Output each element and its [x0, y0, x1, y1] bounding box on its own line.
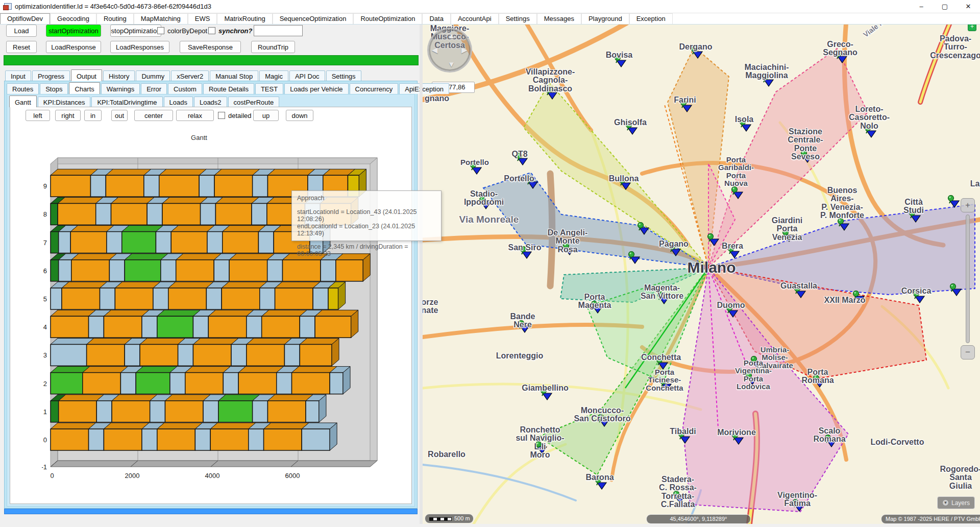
chart-relax-button[interactable]: relax: [176, 110, 214, 121]
start-optimization-button[interactable]: startOptimization: [46, 25, 101, 37]
close-button[interactable]: ✕: [957, 0, 980, 13]
chart-left-button[interactable]: left: [26, 110, 50, 121]
depot-triangle-icon: [680, 437, 690, 443]
menu-item-routing[interactable]: Routing: [96, 13, 134, 24]
menu-item-mapmatching[interactable]: MapMatching: [134, 13, 188, 24]
tab-routes[interactable]: Routes: [7, 83, 39, 94]
tab-gantt[interactable]: Gantt: [9, 95, 37, 107]
pan-right-icon[interactable]: ▶: [461, 45, 468, 55]
menu-item-data[interactable]: Data: [422, 13, 450, 24]
menu-item-optiflowdev[interactable]: OptiflowDev: [0, 13, 50, 24]
toolbar-text-input[interactable]: [254, 25, 303, 36]
stop-optimization-button[interactable]: stopOptimization: [110, 25, 161, 37]
reset-button[interactable]: Reset: [6, 41, 37, 53]
chart-center-button[interactable]: center: [134, 110, 173, 121]
menu-item-exception[interactable]: Exception: [629, 13, 673, 24]
map-panel[interactable]: Maggiore- Musocco- CertosaDerganoBovisaG…: [423, 20, 980, 524]
map-label: Scalo Romana: [813, 427, 845, 444]
map-zoom-slider[interactable]: + −: [961, 198, 976, 360]
menu-bar: OptiflowDevGeocodingRoutingMapMatchingEW…: [0, 13, 980, 25]
map-label: Guastalla: [780, 282, 817, 290]
compass-rose[interactable]: ▲ ▼ ◀ ▶: [427, 28, 472, 73]
tab-kpi-distances[interactable]: KPI:Distances: [38, 97, 91, 107]
tab-xserver2[interactable]: xServer2: [171, 70, 209, 81]
chart-right-button[interactable]: right: [55, 110, 81, 121]
menu-item-matrixrouting[interactable]: MatrixRouting: [217, 13, 272, 24]
pan-up-icon[interactable]: ▲: [448, 31, 455, 40]
saveresponse-button[interactable]: SaveResponse: [180, 41, 241, 53]
tab-api-doc[interactable]: API Doc: [289, 70, 325, 81]
checkbox-icon[interactable]: [208, 27, 215, 34]
depot-triangle-icon: [630, 257, 640, 264]
tab-concurrency[interactable]: Concurrency: [350, 83, 399, 94]
synchron-checkbox[interactable]: synchron?: [208, 25, 252, 37]
tab-route-details[interactable]: Route Details: [203, 83, 254, 94]
tab-history[interactable]: History: [103, 70, 135, 81]
pan-down-icon[interactable]: ▼: [448, 60, 455, 68]
tab-loads2[interactable]: Loads2: [194, 97, 227, 107]
detailed-checkbox[interactable]: detailed: [218, 110, 252, 121]
depot-triangle-icon: [838, 56, 847, 63]
location-marker[interactable]: [729, 186, 744, 200]
chart-out-button[interactable]: out: [111, 110, 128, 121]
location-marker[interactable]: [635, 222, 650, 235]
map-label: Robarello: [428, 450, 465, 459]
tab-manual-stop[interactable]: Manual Stop: [210, 70, 258, 81]
tab-apiexception[interactable]: ApiException: [399, 83, 449, 94]
tab-loads[interactable]: Loads: [164, 97, 193, 107]
tab-settings[interactable]: Settings: [326, 70, 361, 81]
location-marker[interactable]: [626, 251, 641, 265]
zoom-track[interactable]: [966, 214, 970, 343]
menu-item-messages[interactable]: Messages: [537, 13, 581, 24]
tab-magic[interactable]: Magic: [259, 70, 288, 81]
tab-costperroute[interactable]: costPerRoute: [228, 97, 280, 107]
menu-item-sequenceoptimization[interactable]: SequenceOptimization: [273, 13, 354, 24]
color-by-depot-checkbox[interactable]: colorByDepot: [157, 25, 207, 37]
tooltip-start: startLocationId = Location_43 (24.01.202…: [297, 208, 436, 223]
tab-output[interactable]: Output: [71, 69, 102, 81]
panel-splitter[interactable]: [420, 24, 423, 524]
depot-triangle-icon: [548, 92, 557, 99]
menu-item-routeoptimization[interactable]: RouteOptimization: [353, 13, 422, 24]
location-marker[interactable]: [946, 195, 960, 208]
chart-up-button[interactable]: up: [253, 110, 279, 121]
tab-loads-per-vehicle[interactable]: Loads per Vehicle: [284, 83, 348, 94]
location-marker[interactable]: [836, 218, 850, 231]
tab-error[interactable]: Error: [141, 83, 167, 94]
left-panel: Load startOptimization stopOptimization …: [0, 24, 421, 527]
maximize-button[interactable]: ▢: [933, 0, 957, 13]
tab-warnings[interactable]: Warnings: [101, 83, 140, 94]
layers-button[interactable]: ▼Layers: [937, 496, 975, 509]
zoom-in-button[interactable]: +: [961, 198, 975, 212]
bottom-scrollbar[interactable]: [4, 509, 418, 514]
tab-test[interactable]: TEST: [255, 83, 283, 94]
tab-kpi-totaldrivingtime[interactable]: KPI:TotalDrivingtime: [91, 97, 162, 107]
pan-left-icon[interactable]: ◀: [432, 45, 438, 55]
location-marker[interactable]: [948, 283, 962, 297]
map-label: Padova- Turro- Crescenzago: [930, 35, 980, 60]
loadresponse-button[interactable]: LoadResponse: [46, 41, 101, 53]
chart-down-button[interactable]: down: [286, 110, 313, 121]
menu-item-ews[interactable]: EWS: [188, 13, 217, 24]
tab-dummy[interactable]: Dummy: [136, 70, 170, 81]
tab-progress[interactable]: Progress: [32, 70, 70, 81]
menu-item-playground[interactable]: Playground: [581, 13, 629, 24]
checkbox-icon[interactable]: [157, 27, 164, 34]
map-label: XXII Marzo: [824, 296, 866, 304]
menu-item-settings[interactable]: Settings: [499, 13, 537, 24]
roundtrip-button[interactable]: RoundTrip: [251, 41, 295, 53]
menu-item-accountapi[interactable]: AccountApi: [451, 13, 499, 24]
load-button[interactable]: Load: [6, 25, 37, 37]
tab-custom[interactable]: Custom: [168, 83, 202, 94]
tab-charts[interactable]: Charts: [69, 82, 100, 94]
loadresponses-button[interactable]: LoadResponses: [110, 41, 169, 53]
map-label: Ronchetto sul Naviglio- L.li Moro: [516, 426, 564, 459]
checkbox-icon[interactable]: [218, 112, 225, 119]
zoom-out-button[interactable]: −: [961, 345, 975, 360]
tab-input[interactable]: Input: [5, 70, 31, 81]
chart-in-button[interactable]: in: [84, 110, 102, 121]
location-marker[interactable]: [705, 233, 720, 247]
menu-item-geocoding[interactable]: Geocoding: [50, 13, 96, 24]
minimize-button[interactable]: –: [910, 0, 933, 13]
tab-stops[interactable]: Stops: [40, 83, 68, 94]
